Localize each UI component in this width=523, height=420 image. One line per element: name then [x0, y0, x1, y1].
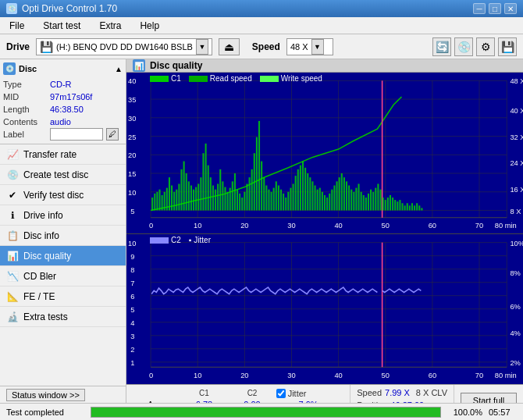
svg-text:10: 10 — [194, 371, 201, 379]
svg-rect-106 — [309, 177, 311, 210]
jitter-checkbox[interactable] — [276, 389, 286, 398]
menu-extra[interactable]: Extra — [93, 19, 127, 33]
minimize-button[interactable]: ─ — [473, 3, 486, 14]
disc-quality-icon: 📊 — [6, 250, 19, 262]
sidebar-item-disc-info[interactable]: 📋 Disc info — [0, 226, 126, 246]
status-window-button[interactable]: Status window >> — [6, 389, 85, 401]
sidebar-item-create-test-disc[interactable]: 💿 Create test disc — [0, 165, 126, 185]
svg-rect-96 — [285, 198, 286, 211]
svg-rect-68 — [217, 183, 219, 210]
sidebar-item-fe-te[interactable]: 📐 FE / TE — [0, 287, 126, 307]
svg-text:10: 10 — [128, 189, 136, 197]
sidebar-item-cd-bler[interactable]: 📉 CD Bler — [0, 266, 126, 287]
verify-test-disc-icon: ✔ — [6, 189, 19, 201]
eject-button[interactable]: ⏏ — [219, 38, 240, 55]
start-full-button[interactable]: Start full — [461, 393, 517, 403]
disc-label-input[interactable] — [50, 128, 103, 141]
drive-select-wrapper[interactable]: 💾 (H:) BENQ DVD DD DW1640 BSLB ▼ — [36, 38, 212, 55]
toolbar-refresh-icon[interactable]: 🔄 — [432, 37, 451, 56]
disc-quality-label: Disc quality — [23, 251, 71, 262]
stats-position-value: 46:37.00 — [390, 400, 424, 403]
svg-rect-127 — [361, 192, 362, 211]
svg-rect-121 — [346, 181, 347, 210]
svg-rect-124 — [353, 192, 354, 211]
svg-rect-57 — [190, 186, 192, 211]
maximize-button[interactable]: □ — [489, 3, 501, 14]
svg-rect-120 — [343, 177, 345, 210]
svg-rect-114 — [329, 194, 330, 211]
toolbar-disc-icon[interactable]: 💿 — [454, 37, 473, 56]
svg-rect-56 — [188, 181, 190, 210]
close-button[interactable]: ✕ — [504, 3, 517, 14]
svg-rect-122 — [348, 186, 350, 211]
svg-rect-70 — [222, 181, 223, 210]
svg-rect-49 — [171, 186, 173, 211]
svg-rect-43 — [156, 192, 158, 211]
svg-rect-133 — [375, 188, 376, 211]
disc-label-icon[interactable]: 🖊 — [106, 128, 119, 141]
app-icon: 💿 — [6, 3, 17, 14]
bottom-status-text: Test completed — [6, 408, 84, 417]
svg-rect-54 — [183, 162, 185, 211]
drive-dropdown-button[interactable]: ▼ — [196, 39, 208, 55]
disc-mid-value: 97m17s06f — [50, 91, 92, 103]
svg-rect-152 — [418, 205, 420, 210]
legend-c1-label: C1 — [171, 74, 181, 83]
svg-rect-88 — [265, 186, 267, 211]
create-test-disc-icon: 💿 — [6, 169, 19, 181]
speed-select-wrapper[interactable]: 48 X ▼ — [286, 38, 333, 55]
svg-rect-82 — [251, 169, 253, 211]
extra-tests-icon: 🔬 — [6, 311, 19, 323]
svg-rect-100 — [295, 176, 297, 210]
svg-rect-117 — [336, 181, 338, 210]
svg-text:80 min: 80 min — [495, 222, 517, 230]
svg-text:15: 15 — [128, 170, 136, 178]
toolbar-settings-icon[interactable]: ⚙ — [476, 37, 495, 56]
svg-text:2: 2 — [130, 345, 134, 354]
svg-rect-92 — [276, 181, 277, 210]
svg-text:30: 30 — [128, 115, 136, 123]
sidebar-item-disc-quality[interactable]: 📊 Disc quality — [0, 246, 126, 266]
disc-label-label: Label — [3, 128, 50, 141]
svg-rect-134 — [377, 183, 379, 210]
svg-rect-64 — [208, 166, 209, 211]
sidebar-item-transfer-rate[interactable]: 📈 Transfer rate — [0, 144, 126, 165]
svg-rect-51 — [176, 190, 177, 211]
sidebar-item-extra-tests[interactable]: 🔬 Extra tests — [0, 307, 126, 327]
toolbar-save-icon[interactable]: 💾 — [498, 37, 517, 56]
svg-text:3: 3 — [130, 332, 134, 340]
svg-text:8: 8 — [130, 265, 134, 274]
jitter-checkbox-label: Jitter — [288, 389, 307, 398]
menu-file[interactable]: File — [3, 19, 30, 33]
svg-text:24 X: 24 X — [510, 159, 523, 167]
extra-tests-label: Extra tests — [23, 311, 68, 322]
svg-rect-118 — [339, 177, 340, 210]
disc-info-icon: 📋 — [6, 230, 19, 242]
legend-jitter-dot: ▪ — [189, 236, 192, 244]
main-layout: 💿 Disc ▲ Type CD-R MID 97m17s06f Length … — [0, 59, 523, 403]
menu-help[interactable]: Help — [133, 19, 165, 33]
window-title: Opti Drive Control 1.70 — [22, 3, 117, 14]
sidebar-item-verify-test-disc[interactable]: ✔ Verify test disc — [0, 185, 126, 205]
speed-dropdown-button[interactable]: ▼ — [311, 39, 324, 55]
svg-text:0: 0 — [149, 222, 153, 230]
svg-rect-98 — [290, 188, 291, 211]
drive-select-text: (H:) BENQ DVD DD DW1640 BSLB — [56, 42, 193, 52]
chart-top-svg: 40 35 30 25 20 15 10 5 48 X 40 X 32 X 24… — [126, 73, 523, 233]
svg-rect-94 — [280, 190, 282, 211]
disc-expand-button[interactable]: ▲ — [115, 65, 123, 73]
disc-header-icon: 💿 — [3, 62, 16, 75]
stats-position-label: Position — [357, 400, 387, 403]
col-header-c1: C1 — [177, 388, 232, 399]
speed-value: 48 X — [290, 42, 308, 52]
bottom-bar: Test completed 100.0% 05:57 — [0, 403, 523, 420]
svg-rect-116 — [333, 186, 335, 211]
legend-c2-label: C2 — [171, 236, 181, 244]
svg-rect-113 — [326, 198, 328, 211]
chart-bottom-svg: 10 9 8 7 6 5 4 3 2 1 10% 8% 6% 4% 2% — [126, 234, 523, 383]
sidebar-item-drive-info[interactable]: ℹ Drive info — [0, 205, 126, 226]
disc-type-value: CD-R — [50, 78, 72, 91]
svg-rect-59 — [195, 187, 197, 211]
svg-text:40: 40 — [128, 77, 136, 85]
menu-start-test[interactable]: Start test — [37, 19, 87, 33]
